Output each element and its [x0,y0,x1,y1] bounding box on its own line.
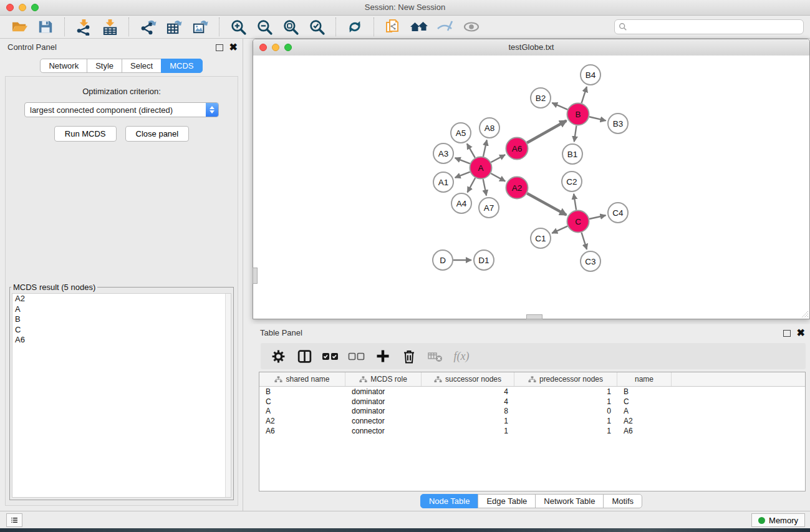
table-row[interactable]: A2connector11A2 [259,416,805,426]
graph-node-A8[interactable]: A8 [480,118,499,138]
result-list-scrollbar[interactable] [225,294,231,497]
run-mcds-button[interactable]: Run MCDS [54,126,117,142]
graph-node-C[interactable]: C [567,211,589,233]
column-header-mcds-role[interactable]: MCDS role [345,372,422,386]
graph-node-B4[interactable]: B4 [581,65,600,85]
close-table-panel-icon[interactable]: ✖ [797,328,805,338]
table-row[interactable]: Bdominator41B [259,387,805,397]
home-view-button[interactable] [408,17,430,37]
optimization-select[interactable]: largest connected component (directed) [24,102,219,117]
import-table-button[interactable] [99,17,121,37]
graph-edge-A-A7[interactable] [483,179,486,195]
search-input[interactable] [627,22,803,32]
tab-mcds[interactable]: MCDS [161,59,202,73]
tab-style[interactable]: Style [87,59,122,73]
graph-edge-A-A6[interactable] [491,155,505,162]
import-network-button[interactable] [72,17,95,37]
graph-edge-C-C4[interactable] [589,215,605,219]
graph-edge-A6-B[interactable] [527,121,566,143]
graph-node-C3[interactable]: C3 [581,251,600,271]
table-row[interactable]: Adominator80A [259,407,805,417]
zoom-out-button[interactable] [253,17,276,37]
delete-rows-button[interactable] [398,346,420,367]
column-header-predecessor-nodes[interactable]: predecessor nodes [514,372,617,386]
graph-edge-B-B4[interactable] [582,87,587,103]
graph-node-B3[interactable]: B3 [608,114,628,133]
table-settings-button[interactable] [267,346,289,367]
task-history-button[interactable] [6,513,22,527]
column-header-name[interactable]: name [617,372,672,386]
graph-edge-A-A8[interactable] [483,140,487,157]
hide-details-button[interactable] [434,17,456,37]
graph-edge-A-A3[interactable] [455,158,470,163]
tab-edge-table[interactable]: Edge Table [478,494,536,508]
graph-edge-C-C1[interactable] [552,226,567,233]
graph-node-A5[interactable]: A5 [451,123,471,143]
tab-motifs[interactable]: Motifs [603,494,642,508]
tab-network-table[interactable]: Network Table [535,494,604,508]
network-canvas[interactable]: B4B2BB3A5A8A6A3B1AA1C2A2A4A7C4CC1C3DD1 [253,56,809,319]
graph-node-A2[interactable]: A2 [506,177,528,199]
table-row[interactable]: Cdominator41C [259,397,805,407]
mcds-result-item[interactable]: A6 [12,335,231,346]
graph-edge-C-C3[interactable] [582,233,587,249]
graph-node-A[interactable]: A [470,157,492,179]
graph-node-A3[interactable]: A3 [433,143,453,163]
open-session-button[interactable] [8,17,31,37]
tab-network[interactable]: Network [40,59,87,73]
delete-table-button[interactable] [424,346,446,367]
float-panel-icon[interactable] [216,44,223,51]
graph-edge-A-A2[interactable] [491,173,505,181]
graph-edge-A2-C[interactable] [527,193,566,215]
zoom-fit-button[interactable] [279,17,302,37]
add-column-button[interactable] [372,346,394,367]
float-table-panel-icon[interactable] [783,330,791,337]
mcds-result-item[interactable]: B [12,314,231,325]
column-header-successor-nodes[interactable]: successor nodes [422,372,514,386]
graph-edge-B-B3[interactable] [589,117,606,120]
close-panel-button[interactable]: Close panel [125,126,190,142]
resize-grip-icon[interactable] [799,309,809,318]
function-builder-button[interactable]: f(x) [450,346,473,367]
graph-edge-A-A1[interactable] [455,172,470,178]
copy-view-button[interactable] [382,17,404,37]
deselect-all-rows-button[interactable] [345,346,368,367]
export-image-button[interactable] [189,17,211,37]
graph-node-B[interactable]: B [567,104,589,125]
export-network-button[interactable] [137,17,159,37]
graph-edge-A-A5[interactable] [467,143,475,158]
table-row[interactable]: A6connector11A6 [259,426,805,436]
mcds-result-item[interactable]: A [12,304,231,315]
graph-node-D[interactable]: D [433,250,453,270]
tab-node-table[interactable]: Node Table [420,494,479,508]
graph-edge-C-C2[interactable] [574,194,576,210]
close-panel-icon[interactable]: ✖ [229,42,238,52]
tab-select[interactable]: Select [122,59,162,73]
graph-edge-B-B2[interactable] [552,103,567,110]
show-details-button[interactable] [460,17,483,37]
zoom-in-button[interactable] [227,17,249,37]
graph-node-A6[interactable]: A6 [506,138,528,160]
graph-node-B2[interactable]: B2 [531,88,551,108]
refresh-view-button[interactable] [344,17,366,37]
graph-node-C1[interactable]: C1 [531,228,551,248]
save-session-button[interactable] [34,17,57,37]
graph-node-D1[interactable]: D1 [474,250,494,270]
memory-button[interactable]: Memory [751,513,805,527]
graph-node-A1[interactable]: A1 [433,172,453,192]
panel-gripper[interactable] [526,314,542,319]
graph-node-B1[interactable]: B1 [562,144,582,164]
toggle-columns-button[interactable] [293,346,316,367]
mcds-result-item[interactable]: A2 [12,294,231,304]
graph-edge-B-B1[interactable] [574,125,577,142]
zoom-selected-button[interactable] [306,17,328,37]
graph-edge-A-A4[interactable] [468,178,476,192]
panel-gripper[interactable] [253,268,258,284]
select-all-rows-button[interactable] [319,346,342,367]
graph-node-C4[interactable]: C4 [608,203,628,223]
graph-node-A4[interactable]: A4 [451,193,471,213]
mcds-result-item[interactable]: C [12,325,231,336]
export-table-button[interactable] [163,17,185,37]
graph-node-A7[interactable]: A7 [479,198,499,218]
graph-node-C2[interactable]: C2 [562,172,582,191]
